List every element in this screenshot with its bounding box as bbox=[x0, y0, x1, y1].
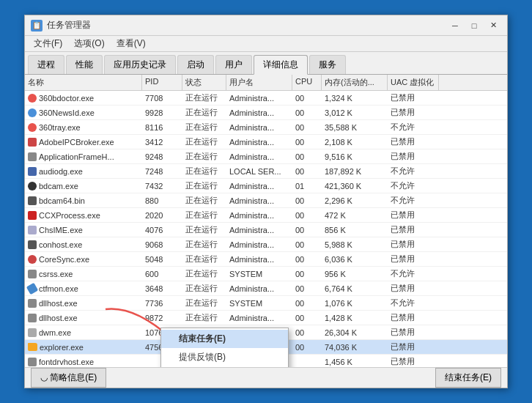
menu-bar: 文件(F) 选项(O) 查看(V) bbox=[25, 36, 507, 52]
cell-status: 正在运行 bbox=[182, 135, 226, 149]
cell-user: Administra... bbox=[226, 193, 292, 207]
context-menu: 结束任务(E)提供反馈(B)结束进程树(T)设置优先级(P)▶设置相关性(F)分… bbox=[160, 328, 289, 367]
cell-user: Administra... bbox=[226, 252, 292, 266]
tab-app-history[interactable]: 应用历史记录 bbox=[104, 55, 176, 74]
cell-user: Administra... bbox=[226, 179, 292, 193]
table-row[interactable]: AdobeIPCBroker.exe 3412 正在运行 Administra.… bbox=[25, 135, 507, 149]
table-row[interactable]: ApplicationFrameH... 9248 正在运行 Administr… bbox=[25, 149, 507, 164]
cell-name: 360bdoctor.exe bbox=[25, 91, 142, 105]
task-manager-window: 📋 任务管理器 ─ □ ✕ 文件(F) 选项(O) 查看(V) 进程 性能 应用… bbox=[24, 15, 508, 388]
end-task-button[interactable]: 结束任务(E) bbox=[435, 368, 501, 388]
cell-name: bdcam64.bin bbox=[25, 193, 142, 207]
cell-status: 正在运行 bbox=[182, 223, 226, 237]
cell-memory: 1,324 K bbox=[322, 91, 388, 105]
col-uac[interactable]: UAC 虚拟化 bbox=[388, 75, 439, 90]
cell-status: 正在运行 bbox=[182, 267, 226, 281]
cell-user: Administra... bbox=[226, 106, 292, 119]
cell-pid: 4076 bbox=[142, 223, 182, 237]
col-status[interactable]: 状态 bbox=[182, 75, 226, 90]
cell-status: 正在运行 bbox=[182, 149, 226, 163]
cell-cpu: 00 bbox=[292, 311, 322, 325]
col-name[interactable]: 名称 bbox=[25, 75, 142, 90]
cell-uac: 已禁用 bbox=[388, 355, 439, 367]
cell-uac: 不允许 bbox=[388, 164, 439, 178]
table-row[interactable]: ChsIME.exe 4076 正在运行 Administra... 00 85… bbox=[25, 223, 507, 237]
cell-cpu bbox=[292, 355, 322, 367]
cell-status: 正在运行 bbox=[182, 252, 226, 266]
col-user[interactable]: 用户名 bbox=[226, 75, 292, 90]
cell-user: SYSTEM bbox=[226, 267, 292, 281]
table-row[interactable]: bdcam.exe 7432 正在运行 Administra... 01 421… bbox=[25, 179, 507, 193]
cell-user: Administra... bbox=[226, 135, 292, 149]
tab-services[interactable]: 服务 bbox=[309, 55, 346, 74]
cell-memory: 187,892 K bbox=[322, 164, 388, 178]
cell-memory: 2,108 K bbox=[322, 135, 388, 149]
cell-pid: 7432 bbox=[142, 179, 182, 193]
cell-user: Administra... bbox=[226, 223, 292, 237]
cell-memory: 6,764 K bbox=[322, 281, 388, 295]
cell-name: CCXProcess.exe bbox=[25, 208, 142, 222]
menu-options[interactable]: 选项(O) bbox=[68, 36, 110, 51]
cell-pid: 5048 bbox=[142, 252, 182, 266]
title-controls: ─ □ ✕ bbox=[447, 19, 501, 32]
cell-cpu: 00 bbox=[292, 106, 322, 119]
cell-cpu: 00 bbox=[292, 252, 322, 266]
tab-details[interactable]: 详细信息 bbox=[254, 55, 308, 75]
cell-pid: 600 bbox=[142, 267, 182, 281]
col-pid[interactable]: PID bbox=[142, 75, 182, 90]
cell-uac: 已禁用 bbox=[388, 135, 439, 149]
table-row[interactable]: conhost.exe 9068 正在运行 Administra... 00 5… bbox=[25, 237, 507, 252]
table-row[interactable]: 360NewsId.exe 9928 正在运行 Administra... 00… bbox=[25, 106, 507, 120]
tab-users[interactable]: 用户 bbox=[215, 55, 252, 74]
context-menu-item[interactable]: 结束任务(E) bbox=[161, 330, 288, 348]
menu-file[interactable]: 文件(F) bbox=[28, 36, 68, 51]
table-row[interactable]: CCXProcess.exe 2020 正在运行 Administra... 0… bbox=[25, 208, 507, 223]
cell-cpu: 00 bbox=[292, 223, 322, 237]
context-menu-item[interactable]: 提供反馈(B) bbox=[161, 348, 288, 366]
cell-name: ApplicationFrameH... bbox=[25, 149, 142, 163]
window-title: 任务管理器 bbox=[47, 19, 447, 32]
cell-status: 正在运行 bbox=[182, 193, 226, 207]
col-cpu[interactable]: CPU bbox=[292, 75, 322, 90]
menu-view[interactable]: 查看(V) bbox=[111, 36, 152, 51]
cell-uac: 已禁用 bbox=[388, 237, 439, 251]
table-row[interactable]: csrss.exe 600 正在运行 SYSTEM 00 956 K 不允许 bbox=[25, 267, 507, 281]
tab-startup[interactable]: 启动 bbox=[177, 55, 214, 74]
table-row[interactable]: CoreSync.exe 5048 正在运行 Administra... 00 … bbox=[25, 252, 507, 267]
table-row[interactable]: audiodg.exe 7248 正在运行 LOCAL SER... 00 18… bbox=[25, 164, 507, 179]
col-memory[interactable]: 内存(活动的... bbox=[322, 75, 388, 90]
table-row[interactable]: bdcam64.bin 880 正在运行 Administra... 00 2,… bbox=[25, 193, 507, 208]
cell-uac: 不允许 bbox=[388, 179, 439, 193]
minimize-button[interactable]: ─ bbox=[447, 19, 463, 32]
cell-name: audiodg.exe bbox=[25, 164, 142, 178]
cell-cpu: 00 bbox=[292, 208, 322, 222]
cell-uac: 已禁用 bbox=[388, 208, 439, 222]
maximize-button[interactable]: □ bbox=[466, 19, 482, 32]
cell-memory: 1,456 K bbox=[322, 355, 388, 367]
cell-pid: 8116 bbox=[142, 120, 182, 134]
cell-name: conhost.exe bbox=[25, 237, 142, 251]
cell-status: 正在运行 bbox=[182, 296, 226, 310]
cell-user: SYSTEM bbox=[226, 296, 292, 310]
cell-memory: 74,036 K bbox=[322, 340, 388, 354]
cell-cpu: 00 bbox=[292, 267, 322, 281]
context-menu-item[interactable]: 结束进程树(T) bbox=[161, 366, 288, 367]
cell-cpu: 00 bbox=[292, 325, 322, 339]
cell-name: 360NewsId.exe bbox=[25, 106, 142, 119]
cell-name: fontdrvhost.exe bbox=[25, 355, 142, 367]
table-row[interactable]: 360bdoctor.exe 7708 正在运行 Administra... 0… bbox=[25, 91, 507, 106]
tab-performance[interactable]: 性能 bbox=[66, 55, 103, 74]
table-row[interactable]: dllhost.exe 7736 正在运行 SYSTEM 00 1,076 K … bbox=[25, 296, 507, 311]
cell-cpu: 00 bbox=[292, 281, 322, 295]
cell-name: dwm.exe bbox=[25, 325, 142, 339]
cell-pid: 2020 bbox=[142, 208, 182, 222]
cell-uac: 已禁用 bbox=[388, 223, 439, 237]
cell-memory: 5,988 K bbox=[322, 237, 388, 251]
expand-button[interactable]: ◡ 简略信息(E) bbox=[31, 368, 106, 388]
table-row[interactable]: ctfmon.exe 3648 正在运行 Administra... 00 6,… bbox=[25, 281, 507, 296]
cell-user: Administra... bbox=[226, 311, 292, 325]
close-button[interactable]: ✕ bbox=[485, 19, 501, 32]
tab-process[interactable]: 进程 bbox=[28, 55, 64, 74]
table-row[interactable]: 360tray.exe 8116 正在运行 Administra... 00 3… bbox=[25, 120, 507, 135]
table-row[interactable]: dllhost.exe 9872 正在运行 Administra... 00 1… bbox=[25, 311, 507, 325]
